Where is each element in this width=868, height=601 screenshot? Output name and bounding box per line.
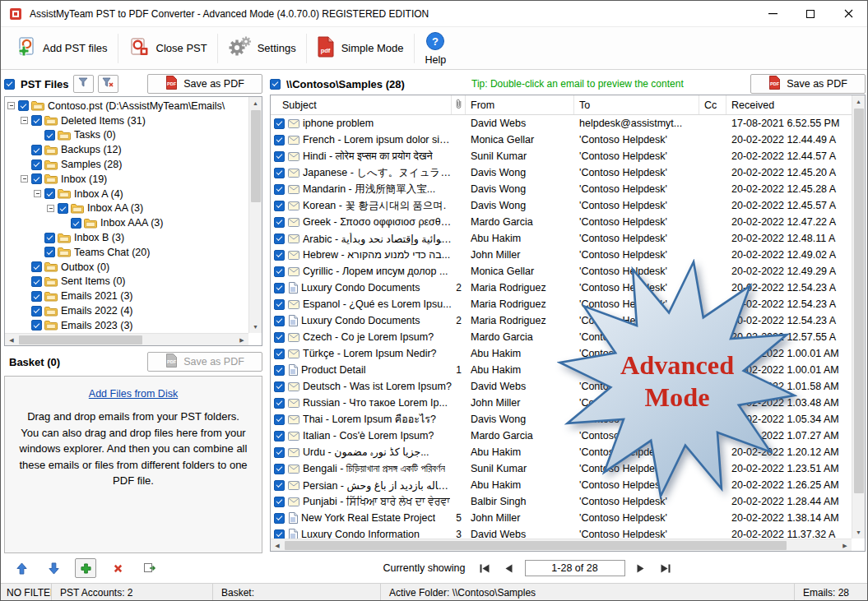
email-checkbox[interactable] (274, 217, 285, 228)
email-checkbox[interactable] (274, 118, 285, 129)
email-row[interactable]: iphone problemDavid Webshelpdesk@assistm… (271, 115, 852, 132)
email-row[interactable]: Thai - Lorem Ipsum คืออะไร?Davis Wong'Co… (271, 411, 852, 428)
folder-checkbox[interactable] (31, 276, 42, 287)
add-to-basket-button[interactable] (75, 558, 96, 578)
folder-checkbox[interactable] (31, 115, 42, 126)
email-checkbox[interactable] (274, 151, 285, 162)
scroll-up-button[interactable]: ▲ (249, 97, 262, 109)
email-checkbox[interactable] (274, 168, 285, 178)
last-page-button[interactable] (657, 560, 675, 576)
folder-checkbox[interactable] (18, 100, 29, 111)
scrollbar-thumb[interactable] (19, 335, 142, 344)
settings-button[interactable]: Settings (219, 31, 305, 65)
email-checkbox[interactable] (274, 283, 285, 294)
tree-item[interactable]: Inbox AA (3) (5, 201, 248, 216)
collapse-icon[interactable] (21, 175, 28, 183)
email-row[interactable]: Urdu - جزیا کڈ نورہ مضمون...Abu Hakim'Co… (271, 444, 852, 460)
tree-item[interactable]: Backups (12) (5, 142, 248, 157)
save-as-pdf-button-emails[interactable]: PDF Save as PDF (750, 74, 866, 94)
close-button[interactable] (829, 1, 867, 26)
email-row[interactable]: Product Detail1Abu Hakim'Contoso Helpdes… (271, 362, 852, 378)
email-row[interactable]: Japanese - しへす。ヌイュラ離...Davis Wong'Contos… (271, 164, 852, 181)
column-header-cc[interactable]: Cc (699, 95, 726, 114)
tree-item[interactable]: Sent Items (0) (5, 275, 248, 289)
folder-checkbox[interactable] (31, 173, 42, 184)
email-row[interactable]: Mandarin - 用浅所簡單入宝...Davis Wong'Contoso … (271, 181, 852, 197)
email-checkbox[interactable] (274, 365, 285, 376)
tree-item[interactable]: Emails 2021 (3) (5, 289, 248, 303)
email-row[interactable]: French - Lorem ipsum dolor sit ...Monica… (271, 132, 852, 148)
scroll-right-button[interactable]: ▶ (235, 334, 248, 346)
folder-checkbox[interactable] (44, 233, 55, 243)
basket-drop-zone[interactable]: Add Files from Disk Drag and drop emails… (4, 376, 262, 553)
add-pst-files-button[interactable]: Add PST files (6, 31, 117, 65)
email-checkbox[interactable] (274, 398, 285, 409)
folder-checkbox[interactable] (71, 218, 81, 229)
tree-item[interactable]: Inbox B (3) (5, 230, 248, 245)
email-row[interactable]: Hebrew - בה כדי למנוע מהקורא...John Mill… (271, 247, 852, 263)
collapse-icon[interactable] (21, 117, 28, 124)
maximize-button[interactable] (791, 1, 829, 26)
simple-mode-button[interactable]: pdf Simple Mode (308, 31, 413, 65)
scroll-down-button[interactable]: ▼ (249, 321, 262, 333)
folder-checkbox[interactable] (31, 145, 42, 155)
email-row[interactable]: Arabic - عشوائية وإقتصاد نحد وبدأية...Ab… (271, 230, 852, 247)
email-checkbox[interactable] (274, 381, 285, 392)
tree-item[interactable]: Outbox (0) (5, 260, 248, 275)
scroll-left-button[interactable]: ◀ (5, 334, 18, 346)
email-checkbox[interactable] (274, 266, 285, 277)
email-vertical-scrollbar[interactable]: ▲ ▼ (852, 95, 865, 539)
filter-button[interactable] (73, 75, 94, 93)
email-checkbox[interactable] (274, 497, 285, 507)
next-page-button[interactable] (632, 560, 650, 576)
scrollbar-thumb[interactable] (251, 110, 261, 202)
tree-vertical-scrollbar[interactable]: ▲ ▼ (248, 97, 262, 333)
email-checkbox[interactable] (274, 414, 285, 425)
tree-item[interactable]: Samples (28) (5, 157, 248, 172)
email-row[interactable]: Hindi - लोरेम इप्सम का प्रयोग देखनेSunil… (271, 148, 852, 164)
scroll-right-button[interactable]: ▶ (838, 539, 852, 552)
help-button[interactable]: ? Help (415, 29, 457, 68)
close-pst-button[interactable]: Close PST (119, 31, 216, 65)
scroll-up-button[interactable]: ▲ (852, 95, 866, 108)
scrollbar-thumb[interactable] (854, 109, 864, 493)
tree-item[interactable]: Inbox A (4) (5, 187, 248, 201)
clear-filter-button[interactable] (98, 75, 118, 93)
collapse-icon[interactable] (7, 102, 15, 109)
email-row[interactable]: Persian - مقاله بازدید از باغ وحش...Abu … (271, 477, 852, 493)
email-checkbox[interactable] (274, 201, 285, 211)
scrollbar-thumb[interactable] (285, 541, 787, 550)
scroll-down-button[interactable]: ▼ (852, 526, 866, 539)
tree-item[interactable]: Contoso.pst (D:\AssistMyTeam\Emails\ (5, 99, 248, 113)
tree-item[interactable]: Emails 2022 (4) (5, 303, 248, 318)
email-checkbox[interactable] (274, 316, 285, 326)
email-row[interactable]: Cyrillic - Лорем ипсум долор ...Monica G… (271, 263, 852, 280)
folder-checkbox[interactable] (44, 247, 55, 257)
move-down-button[interactable] (43, 558, 64, 578)
column-header-attachments[interactable] (452, 95, 466, 114)
email-checkbox[interactable] (274, 184, 285, 195)
email-row[interactable]: Espanol - ¿Qué es Lorem Ipsu...Maria Rod… (271, 296, 852, 312)
email-row[interactable]: Luxury Condo Documents2Maria Rodriguez'C… (271, 280, 852, 296)
email-checkbox[interactable] (274, 447, 285, 458)
email-row[interactable]: New York Real Estate Project5John Miller… (271, 510, 852, 526)
tree-item[interactable]: Emails 2023 (3) (5, 318, 248, 333)
email-checkbox[interactable] (274, 513, 285, 524)
remove-from-basket-button[interactable] (107, 558, 128, 578)
email-checkbox[interactable] (274, 332, 285, 343)
email-checkbox[interactable] (274, 299, 285, 310)
tree-horizontal-scrollbar[interactable]: ◀ ▶ (5, 333, 248, 345)
move-up-button[interactable] (11, 558, 32, 578)
email-checkbox[interactable] (274, 480, 285, 491)
save-as-pdf-button-basket[interactable]: PDF Save as PDF (147, 352, 262, 372)
column-header-to[interactable]: To (574, 95, 699, 114)
tree-item[interactable]: Inbox (19) (5, 172, 248, 187)
previous-page-button[interactable] (500, 560, 518, 576)
tree-item[interactable]: Inbox AAA (3) (5, 215, 248, 230)
email-checkbox[interactable] (274, 431, 285, 442)
email-checkbox[interactable] (274, 464, 285, 474)
email-row[interactable]: Italian - Cos'è Lorem Ipsum?Mardo Garcia… (271, 428, 852, 444)
collapse-icon[interactable] (34, 190, 41, 197)
tree-item[interactable]: Tasks (0) (5, 128, 248, 143)
email-row[interactable]: Korean - 꽃 황금시대의 품으며.Davis Wong'Contoso … (271, 197, 852, 214)
